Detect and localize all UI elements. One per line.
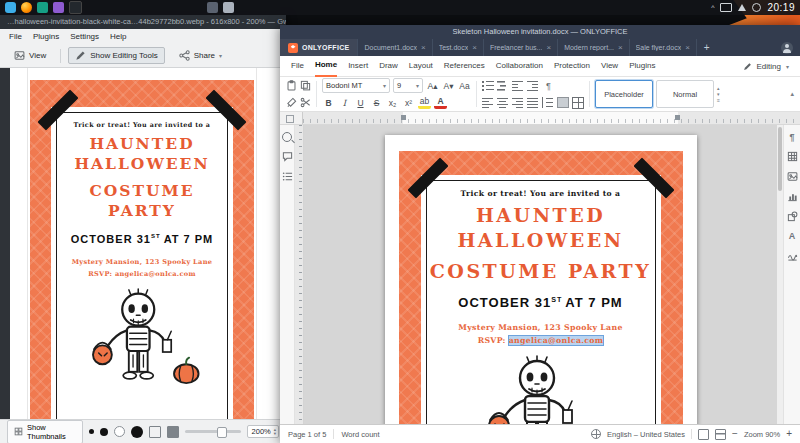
fit-page-icon[interactable] bbox=[698, 429, 709, 440]
share-button[interactable]: Share ▾ bbox=[172, 47, 229, 64]
textart-settings-icon[interactable]: A bbox=[789, 231, 796, 241]
shape-settings-icon[interactable] bbox=[787, 211, 798, 222]
paste-icon[interactable] bbox=[286, 80, 297, 91]
signature-settings-icon[interactable] bbox=[787, 250, 798, 261]
editing-mode-button[interactable]: Editing ▾ bbox=[743, 62, 789, 71]
increase-indent-icon[interactable] bbox=[527, 80, 539, 92]
tab-insert[interactable]: Insert bbox=[348, 56, 368, 76]
paragraph-shading-icon[interactable] bbox=[557, 97, 569, 108]
brush-size-medium[interactable] bbox=[100, 428, 108, 436]
decrease-font-button[interactable]: A▾ bbox=[442, 79, 455, 92]
user-avatar[interactable] bbox=[781, 42, 793, 54]
image-settings-icon[interactable] bbox=[787, 171, 798, 182]
tab-references[interactable]: References bbox=[444, 56, 485, 76]
collapse-toolbar-icon[interactable]: ▴ bbox=[790, 90, 794, 98]
close-icon[interactable]: × bbox=[618, 43, 623, 52]
brush-size-small[interactable] bbox=[89, 429, 94, 434]
navigation-icon[interactable] bbox=[282, 171, 293, 182]
task-icon-1[interactable] bbox=[207, 2, 218, 13]
numbered-list-icon[interactable] bbox=[497, 80, 509, 92]
align-justify-icon[interactable] bbox=[527, 97, 539, 109]
tab-draw[interactable]: Draw bbox=[379, 56, 398, 76]
doc-tab-sale-flyer[interactable]: Sale flyer.docx × bbox=[629, 39, 696, 56]
styles-scroll[interactable]: ▴ ▾ ≡ bbox=[717, 86, 720, 103]
word-count[interactable]: Word count bbox=[341, 430, 379, 439]
clock[interactable]: 20:19 bbox=[767, 2, 795, 13]
close-icon[interactable]: × bbox=[472, 43, 477, 52]
strikethrough-button[interactable]: S bbox=[370, 96, 383, 109]
show-paragraph-marks-icon[interactable]: ¶ bbox=[542, 79, 555, 92]
file-manager-icon[interactable] bbox=[37, 2, 48, 13]
terminal-icon[interactable] bbox=[69, 1, 82, 14]
menu-help[interactable]: Help bbox=[110, 32, 126, 41]
onlyoffice-home-tab[interactable]: ONLYOFFICE bbox=[280, 39, 357, 56]
tab-stop-selector[interactable] bbox=[280, 112, 303, 124]
tab-layout[interactable]: Layout bbox=[409, 56, 433, 76]
menu-plugins[interactable]: Plugins bbox=[33, 32, 59, 41]
align-left-icon[interactable] bbox=[482, 97, 494, 109]
styles-expand-icon[interactable]: ≡ bbox=[717, 98, 720, 103]
document-page[interactable]: Trick or treat! You are invited to a HAU… bbox=[385, 135, 697, 424]
document-language[interactable]: English – United States bbox=[607, 430, 685, 439]
subscript-button[interactable]: x₂ bbox=[386, 96, 399, 109]
styles-down-icon[interactable]: ▾ bbox=[717, 92, 720, 97]
vertical-ruler[interactable] bbox=[295, 125, 304, 424]
styles-up-icon[interactable]: ▴ bbox=[717, 86, 720, 91]
new-tab-button[interactable]: + bbox=[696, 39, 717, 56]
tray-expand-icon[interactable]: ^ bbox=[711, 4, 714, 11]
brush-color-white[interactable] bbox=[114, 426, 125, 437]
onlyoffice-titlebar[interactable]: Skeleton Halloween invitation.docx — ONL… bbox=[280, 25, 800, 39]
font-size-select[interactable]: 9 ▾ bbox=[393, 78, 423, 93]
borders-icon[interactable] bbox=[572, 97, 584, 109]
gwenview-titlebar[interactable]: …halloween-invitation-black-white-ca…44b… bbox=[0, 15, 286, 29]
firefox-icon[interactable] bbox=[21, 2, 32, 13]
volume-tray-icon[interactable] bbox=[752, 3, 761, 12]
tab-home[interactable]: Home bbox=[315, 55, 337, 77]
doc-tab-freelancer[interactable]: Freelancer bus... × bbox=[483, 39, 557, 56]
view-button[interactable]: View bbox=[7, 47, 53, 64]
page-indicator[interactable]: Page 1 of 5 bbox=[288, 430, 326, 439]
app-launcher-icon[interactable] bbox=[5, 2, 16, 13]
bold-button[interactable]: B bbox=[322, 96, 335, 109]
font-color-button[interactable]: A bbox=[434, 96, 447, 109]
rsvp-email-selected[interactable]: angelica@onlca.com bbox=[509, 336, 604, 345]
doc-tab-test[interactable]: Test.docx × bbox=[432, 39, 483, 56]
italic-button[interactable]: I bbox=[338, 96, 351, 109]
zoom-stepper[interactable]: ▴▾ bbox=[274, 428, 276, 436]
style-normal[interactable]: Normal bbox=[656, 80, 714, 108]
zoom-slider[interactable] bbox=[185, 430, 241, 433]
vertical-scrollbar[interactable] bbox=[777, 125, 783, 424]
gwenview-sidebar-strip[interactable] bbox=[0, 68, 10, 419]
zoom-out-button[interactable]: − bbox=[732, 429, 738, 439]
close-icon[interactable]: × bbox=[546, 43, 551, 52]
decrease-indent-icon[interactable] bbox=[512, 80, 524, 92]
brush-size-large[interactable] bbox=[131, 426, 143, 438]
bullet-list-icon[interactable] bbox=[482, 80, 494, 92]
task-icon-2[interactable] bbox=[223, 2, 234, 13]
line-spacing-icon[interactable] bbox=[542, 97, 554, 109]
invitation-poster[interactable]: Trick or treat! You are invited to a HAU… bbox=[399, 151, 683, 424]
close-icon[interactable]: × bbox=[421, 43, 426, 52]
paragraph-settings-icon[interactable]: ¶ bbox=[789, 132, 794, 142]
style-placeholder[interactable]: Placeholder bbox=[595, 80, 653, 108]
search-icon[interactable] bbox=[282, 132, 292, 142]
doc-tab-document1[interactable]: Document1.docx × bbox=[357, 39, 431, 56]
tab-protection[interactable]: Protection bbox=[554, 56, 590, 76]
align-center-icon[interactable] bbox=[497, 97, 509, 109]
tab-collaboration[interactable]: Collaboration bbox=[496, 56, 543, 76]
menu-settings[interactable]: Settings bbox=[70, 32, 99, 41]
zoom-level[interactable]: Zoom 90% bbox=[744, 430, 780, 439]
tab-view[interactable]: View bbox=[601, 56, 618, 76]
show-editing-tools-button[interactable]: Show Editing Tools bbox=[68, 47, 164, 64]
document-canvas[interactable]: Trick or treat! You are invited to a HAU… bbox=[304, 125, 777, 424]
fit-width-icon[interactable] bbox=[715, 429, 726, 440]
fit-page-icon[interactable] bbox=[149, 426, 161, 438]
chart-settings-icon[interactable] bbox=[787, 191, 798, 202]
underline-button[interactable]: U bbox=[354, 96, 367, 109]
change-case-button[interactable]: Aa bbox=[458, 79, 471, 92]
tab-plugins[interactable]: Plugins bbox=[629, 56, 655, 76]
zoom-spinbox[interactable]: 200% ▴▾ bbox=[247, 425, 279, 438]
show-thumbnails-button[interactable]: Show Thumbnails bbox=[7, 420, 83, 443]
align-right-icon[interactable] bbox=[512, 97, 524, 109]
copy-style-icon[interactable] bbox=[286, 97, 297, 108]
